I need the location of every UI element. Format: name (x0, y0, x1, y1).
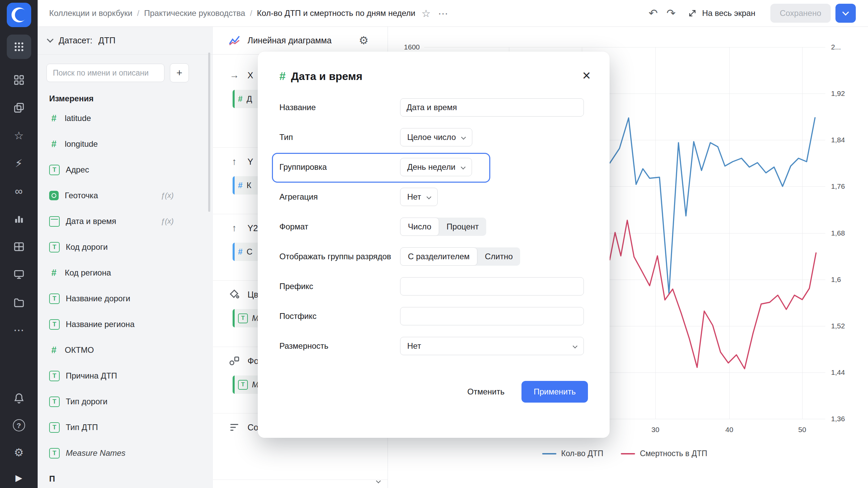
number-field-icon: # (279, 70, 285, 83)
field-row[interactable]: TНазвание дороги (38, 286, 213, 311)
add-field-button[interactable]: + (170, 63, 189, 82)
dimension-select[interactable]: Нет (400, 337, 584, 355)
app-window: ☆ ⚡ ∞ ⋯ ? ⚙ ▶ Коллекции и воркбуки / Пра… (0, 0, 868, 488)
left-rail: ☆ ⚡ ∞ ⋯ ? ⚙ ▶ (0, 0, 38, 488)
field-row[interactable]: TMeasure Names (38, 440, 213, 466)
saved-button[interactable]: Сохранено (770, 4, 831, 23)
field-chip-label: К (246, 181, 251, 190)
field-row[interactable]: TАдрес (38, 157, 213, 183)
star-icon[interactable]: ☆ (12, 129, 26, 142)
text-field-icon: T (49, 448, 60, 459)
number-field-icon: # (49, 268, 59, 278)
chevron-down-icon (47, 36, 54, 43)
field-chip-label: Д (246, 94, 252, 104)
gear-icon[interactable]: ⚙ (12, 446, 26, 459)
breadcrumb-guides[interactable]: Практические руководства (144, 8, 245, 18)
field-row[interactable]: TПричина ДТП (38, 363, 213, 389)
aggregation-select[interactable]: Нет (400, 188, 438, 206)
chevron-down-icon (842, 9, 849, 16)
format-option-number[interactable]: Число (400, 218, 439, 236)
redo-icon[interactable]: ↷ (667, 7, 676, 20)
chart-type-label: Линейная диаграмма (248, 36, 332, 45)
topbar-right: ↶ ↷ На весь экран Сохранено (640, 4, 856, 23)
format-segmented-control: Число Процент (400, 218, 486, 236)
format-option-percent[interactable]: Процент (439, 218, 486, 236)
field-row[interactable]: TНазвание региона (38, 311, 213, 337)
number-field-icon: # (49, 113, 59, 124)
grouping-select[interactable]: День недели (400, 158, 472, 176)
play-icon[interactable]: ▶ (16, 473, 22, 483)
field-label: Тип дороги (66, 397, 107, 406)
lightning-icon[interactable]: ⚡ (12, 157, 26, 170)
type-value: Целое число (407, 133, 456, 142)
legend-swatch (621, 453, 635, 454)
folder-icon[interactable] (12, 296, 26, 309)
undo-icon[interactable]: ↶ (649, 7, 658, 20)
field-row[interactable]: #ОКТМО (38, 337, 213, 363)
apps-grid-icon[interactable] (7, 35, 31, 59)
field-chip-icon: T (238, 380, 248, 390)
bar-chart-icon[interactable] (12, 212, 26, 226)
dataset-header[interactable]: Датасет: ДТП (38, 26, 213, 55)
prefix-label: Префикс (279, 281, 400, 292)
field-row[interactable]: #latitude (38, 105, 213, 131)
favorite-star-icon[interactable]: ☆ (421, 7, 431, 19)
dataset-panel: Датасет: ДТП + Измерения #latitude#longi… (38, 26, 213, 488)
digit-groups-option-separator[interactable]: С разделителем (400, 247, 477, 266)
table-icon[interactable] (12, 240, 26, 253)
prefix-input[interactable] (400, 277, 584, 296)
squares-icon[interactable] (12, 73, 26, 87)
chart-type-header[interactable]: Линейная диаграмма ⚙ (213, 26, 388, 55)
field-row[interactable]: TКод дороги (38, 234, 213, 260)
field-label: latitude (65, 114, 91, 123)
close-icon[interactable]: × (582, 68, 591, 83)
field-row[interactable]: #longitude (38, 131, 213, 157)
grouping-value: День недели (407, 162, 455, 172)
text-field-icon: T (49, 319, 60, 330)
monitor-icon[interactable] (12, 268, 26, 281)
chart-line[interactable] (610, 220, 816, 369)
dialog-title: Дата и время (291, 70, 362, 83)
config-section-label: Со (248, 423, 258, 432)
type-select[interactable]: Целое число (400, 128, 472, 146)
circles-icon[interactable]: ∞ (12, 184, 26, 198)
dataset-name[interactable]: ДТП (98, 36, 115, 45)
ellipsis-icon[interactable]: ⋯ (12, 323, 26, 337)
fullscreen-control[interactable]: На весь экран (687, 8, 755, 18)
postfix-input[interactable] (400, 307, 584, 325)
scrollbar-thumb[interactable] (208, 53, 210, 212)
field-row[interactable]: TТип дороги (38, 389, 213, 414)
config-section: AПо (213, 480, 388, 488)
config-section-label: Y (248, 157, 253, 167)
y-axis-icon: ↑ (229, 156, 240, 167)
layers-icon[interactable] (12, 101, 26, 115)
field-row[interactable]: TТип ДТП (38, 414, 213, 440)
chevron-down-icon (573, 344, 577, 348)
sort-icon (229, 422, 240, 433)
field-label: Тип ДТП (66, 423, 98, 432)
datalens-logo-icon[interactable] (7, 3, 31, 27)
right-axis-tick-label: 1,92 (831, 89, 845, 98)
shapes-icon (229, 355, 240, 367)
apply-button[interactable]: Применить (521, 381, 588, 403)
field-label: Название дороги (66, 294, 130, 303)
field-chip-label: С (246, 247, 252, 257)
bell-icon[interactable] (12, 391, 26, 405)
more-actions-icon[interactable]: ⋯ (438, 7, 449, 19)
question-icon[interactable]: ? (12, 419, 26, 432)
legend-item[interactable]: Кол-во ДТП (542, 449, 603, 458)
search-input[interactable] (46, 64, 164, 82)
field-label: ОКТМО (65, 345, 94, 355)
legend-item[interactable]: Смертность в ДТП (621, 449, 707, 458)
chart-settings-gear-icon[interactable]: ⚙ (359, 34, 369, 47)
digit-groups-option-merged[interactable]: Слитно (477, 247, 520, 266)
fullscreen-label: На весь экран (702, 8, 755, 18)
chart-line[interactable] (610, 117, 815, 293)
save-dropdown-button[interactable] (835, 4, 856, 23)
field-row[interactable]: Дата и времяƒ(x) (38, 208, 213, 234)
name-input[interactable] (400, 98, 584, 117)
breadcrumb-collections[interactable]: Коллекции и воркбуки (49, 8, 132, 18)
field-row[interactable]: Геоточкаƒ(x) (38, 183, 213, 208)
cancel-button[interactable]: Отменить (465, 387, 507, 397)
field-row[interactable]: #Код региона (38, 260, 213, 286)
